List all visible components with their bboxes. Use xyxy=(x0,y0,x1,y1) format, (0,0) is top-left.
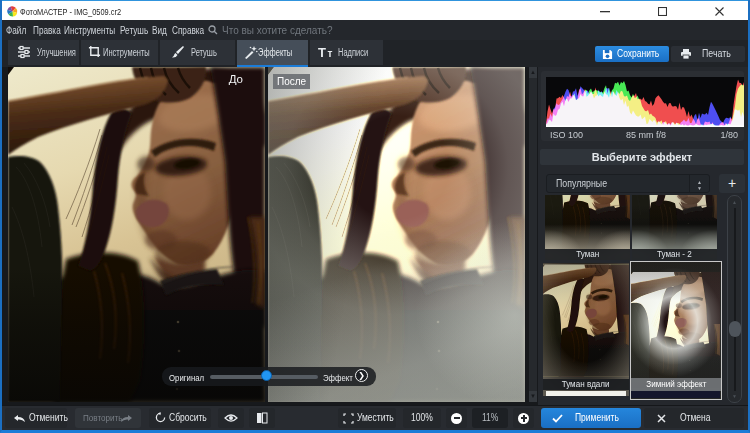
svg-text:T: T xyxy=(318,45,326,59)
svg-text:т: т xyxy=(328,48,333,59)
